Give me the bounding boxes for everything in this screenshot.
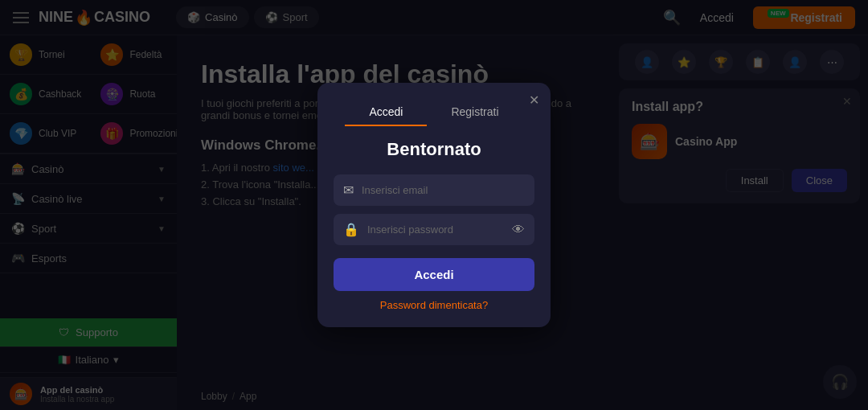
modal-tab-accedi[interactable]: Accedi (345, 99, 427, 126)
modal-login-button[interactable]: Accedi (334, 258, 534, 291)
password-icon: 🔒 (343, 222, 359, 237)
email-input-group: ✉ (334, 174, 534, 206)
modal-title: Bentornato (334, 139, 534, 160)
eye-toggle-icon[interactable]: 👁 (512, 223, 525, 237)
forgot-password-link[interactable]: Password dimenticata? (334, 299, 534, 311)
modal-overlay: ✕ Accedi Registrati Bentornato ✉ 🔒 👁 Acc… (0, 0, 868, 410)
email-input[interactable] (362, 184, 525, 196)
modal-tabs: Accedi Registrati (334, 99, 534, 126)
email-icon: ✉ (343, 182, 354, 198)
password-input[interactable] (367, 223, 504, 236)
modal-tab-registrati[interactable]: Registrati (427, 99, 522, 126)
modal-close-button[interactable]: ✕ (529, 92, 539, 108)
login-modal: ✕ Accedi Registrati Bentornato ✉ 🔒 👁 Acc… (317, 83, 551, 327)
password-input-group: 🔒 👁 (334, 214, 534, 245)
